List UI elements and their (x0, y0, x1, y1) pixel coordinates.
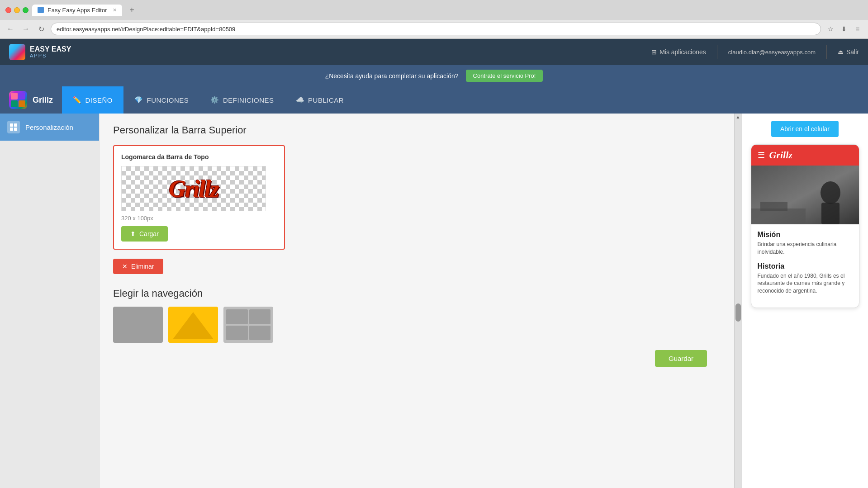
app-logo-icon (9, 44, 25, 60)
tab-title: Easy Easy Apps Editor (47, 7, 107, 14)
gear-icon: ⚙️ (210, 96, 219, 104)
svg-point-6 (821, 181, 840, 204)
content-area: Personalizar la Barra Superior Logomarca… (100, 114, 734, 488)
logo-line2: APPS (30, 53, 71, 58)
logo-line1: EASY EASY (30, 46, 71, 53)
maximize-window-button[interactable] (23, 7, 28, 13)
nav-tabs: ✏️ DISEÑO 💎 FUNCIONES ⚙️ DEFINICIONES ☁️… (62, 86, 355, 114)
open-mobile-button[interactable]: Abrir en el celular (771, 121, 839, 137)
phone-hero-image (751, 166, 859, 224)
upload-icon: ☁️ (296, 96, 305, 104)
tab-close-button[interactable]: ✕ (113, 7, 117, 13)
browser-titlebar: Easy Easy Apps Editor ✕ + (0, 0, 868, 20)
personalizacion-label: Personalización (25, 123, 73, 131)
minimize-window-button[interactable] (14, 7, 20, 13)
logo-preview-area: Grillz (121, 166, 266, 211)
app-nav: Grillz ✏️ DISEÑO 💎 FUNCIONES ⚙️ DEFINICI… (0, 86, 868, 114)
user-email: claudio.diaz@easyeasyapps.com (728, 49, 816, 56)
bookmark-button[interactable]: ☆ (825, 23, 836, 35)
eliminar-button[interactable]: ✕ Eliminar (113, 259, 163, 274)
phone-preview: ☰ Grillz (751, 144, 859, 308)
pro-service-button[interactable]: Contrate el servicio Pro! (466, 70, 543, 82)
svg-rect-1 (14, 123, 17, 127)
svg-rect-8 (751, 208, 806, 224)
sidebar: Personalización (0, 114, 100, 488)
nav-options (113, 307, 721, 343)
svg-rect-9 (760, 202, 787, 211)
close-window-button[interactable] (5, 7, 11, 13)
browser-toolbar: ← → ↻ ☆ ⬇ ≡ (0, 20, 868, 38)
download-button[interactable]: ⬇ (838, 23, 850, 35)
mission-text: Brindar una experiencia culinaria inolvi… (758, 241, 853, 256)
app-logo-text: EASY EASY APPS (30, 46, 71, 58)
tab-definiciones[interactable]: ⚙️ DEFINICIONES (199, 86, 285, 114)
phone-content: Misión Brindar una experiencia culinaria… (751, 224, 859, 308)
scroll-thumb[interactable] (735, 303, 741, 322)
menu-button[interactable]: ≡ (852, 23, 863, 35)
app-brand-icon (9, 91, 27, 109)
header-separator2 (826, 45, 827, 59)
logout-icon: ⏏ (838, 48, 844, 56)
historia-text: Fundado en el año 1980, Grills es el res… (758, 272, 853, 295)
tab-funciones[interactable]: 💎 FUNCIONES (123, 86, 199, 114)
nav-option-3[interactable] (223, 307, 273, 343)
grillz-logo: Grillz (169, 175, 218, 202)
phone-topbar: ☰ Grillz (751, 145, 859, 166)
main-layout: Personalización Personalizar la Barra Su… (0, 114, 868, 488)
app-header: EASY EASY APPS ⊞ Mis aplicaciones claudi… (0, 39, 868, 65)
app-brand: Grillz (0, 91, 62, 109)
promo-text: ¿Necesita ayuda para completar su aplica… (325, 72, 459, 80)
hamburger-icon[interactable]: ☰ (758, 150, 765, 160)
app-brand-name: Grillz (33, 95, 53, 105)
phone-brand-name: Grillz (769, 149, 792, 161)
brush-icon: ✏️ (73, 96, 82, 104)
x-icon: ✕ (122, 263, 128, 270)
svg-rect-3 (14, 128, 17, 131)
address-bar[interactable] (51, 23, 821, 35)
header-separator (717, 45, 717, 59)
sidebar-item-personalizacion[interactable]: Personalización (0, 114, 99, 141)
tab-diseno[interactable]: ✏️ DISEÑO (62, 86, 123, 114)
logo-dimensions: 320 x 100px (121, 215, 277, 222)
svg-rect-2 (10, 128, 13, 131)
forward-button[interactable]: → (20, 23, 32, 35)
header-nav: ⊞ Mis aplicaciones claudio.diaz@easyeasy… (651, 45, 859, 59)
grid-icon (7, 121, 20, 133)
page-title: Personalizar la Barra Superior (113, 124, 721, 136)
logo-box-title: Logomarca da Barra de Topo (121, 153, 277, 161)
scroll-up-arrow[interactable]: ▲ (736, 114, 740, 119)
my-apps-link[interactable]: ⊞ Mis aplicaciones (651, 48, 706, 56)
new-tab-button[interactable]: + (126, 4, 138, 16)
traffic-lights (5, 7, 28, 13)
tab-publicar[interactable]: ☁️ PUBLICAR (285, 86, 355, 114)
promo-banner: ¿Necesita ayuda para completar su aplica… (0, 65, 868, 86)
guardar-bar: Guardar (113, 343, 721, 374)
upload-arrow-icon: ⬆ (130, 230, 136, 237)
diamond-icon: 💎 (134, 96, 143, 104)
browser-chrome: Easy Easy Apps Editor ✕ + ← → ↻ ☆ ⬇ ≡ (0, 0, 868, 39)
logo-section-box: Logomarca da Barra de Topo Grillz 320 x … (113, 145, 285, 250)
nav-section-title: Elegir la navegación (113, 288, 721, 299)
browser-tab[interactable]: Easy Easy Apps Editor ✕ (32, 5, 122, 16)
preview-panel: Abrir en el celular ☰ Grillz (741, 114, 868, 488)
svg-rect-7 (821, 203, 840, 224)
guardar-button[interactable]: Guardar (655, 350, 707, 367)
refresh-button[interactable]: ↻ (35, 23, 47, 35)
logout-link[interactable]: ⏏ Salir (838, 48, 859, 56)
back-button[interactable]: ← (5, 23, 16, 35)
app-logo: EASY EASY APPS (9, 44, 71, 60)
scrollbar[interactable]: ▲ ▼ (734, 114, 741, 488)
browser-actions: ☆ ⬇ ≡ (825, 23, 863, 35)
svg-rect-0 (10, 123, 13, 127)
mission-title: Misión (758, 231, 853, 239)
eliminar-container: ✕ Eliminar (113, 259, 721, 274)
nav-option-2[interactable] (168, 307, 218, 343)
nav-option-1[interactable] (113, 307, 163, 343)
historia-title: Historia (758, 262, 853, 270)
tab-favicon (38, 7, 44, 13)
cargar-button[interactable]: ⬆ Cargar (121, 226, 168, 242)
apps-grid-icon: ⊞ (651, 48, 657, 56)
